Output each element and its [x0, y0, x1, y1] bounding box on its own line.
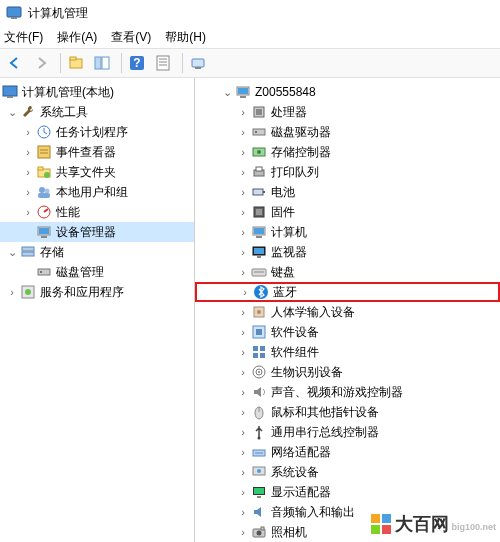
device-node-battery[interactable]: ›电池	[195, 182, 500, 202]
svg-point-61	[257, 310, 261, 314]
expand-icon[interactable]: ›	[235, 486, 251, 498]
tree-node-device-manager[interactable]: 设备管理器	[0, 222, 194, 242]
menu-help[interactable]: 帮助(H)	[165, 29, 206, 46]
tree-node-performance[interactable]: › 性能	[0, 202, 194, 222]
expand-icon[interactable]: ›	[235, 506, 251, 518]
device-node-sound[interactable]: ›声音、视频和游戏控制器	[195, 382, 500, 402]
device-label: 通用串行总线控制器	[271, 424, 379, 441]
svg-rect-79	[254, 488, 264, 494]
tree-node-root[interactable]: 计算机管理(本地)	[0, 82, 194, 102]
expand-icon[interactable]: ›	[20, 166, 36, 178]
expand-icon[interactable]: ›	[20, 126, 36, 138]
device-node-printer[interactable]: ›打印队列	[195, 162, 500, 182]
tree-node-event-viewer[interactable]: › 事件查看器	[0, 142, 194, 162]
device-node-network[interactable]: ›网络适配器	[195, 442, 500, 462]
tree-node-storage[interactable]: ⌄ 存储	[0, 242, 194, 262]
disk-icon	[251, 124, 267, 140]
properties-button[interactable]	[152, 52, 174, 74]
up-button[interactable]	[65, 52, 87, 74]
device-node-usb[interactable]: ›通用串行总线控制器	[195, 422, 500, 442]
display-icon	[251, 484, 267, 500]
scan-button[interactable]	[187, 52, 209, 74]
expand-icon[interactable]: ›	[235, 146, 251, 158]
expand-icon[interactable]: ›	[235, 166, 251, 178]
show-hide-tree-button[interactable]	[91, 52, 113, 74]
expand-icon[interactable]: ›	[235, 426, 251, 438]
device-node-monitor[interactable]: ›监视器	[195, 242, 500, 262]
tree-node-shared-folders[interactable]: › 共享文件夹	[0, 162, 194, 182]
expand-icon[interactable]: ›	[235, 306, 251, 318]
device-root-node[interactable]: ⌄ Z00555848	[195, 82, 500, 102]
expand-icon[interactable]: ›	[235, 106, 251, 118]
device-node-cpu[interactable]: ›处理器	[195, 102, 500, 122]
expand-icon[interactable]: ›	[235, 446, 251, 458]
svg-rect-1	[11, 17, 17, 19]
expand-icon[interactable]: ›	[235, 326, 251, 338]
device-node-keyboard[interactable]: ›键盘	[195, 262, 500, 282]
menu-view[interactable]: 查看(V)	[111, 29, 151, 46]
collapse-icon[interactable]: ⌄	[219, 86, 235, 99]
back-button[interactable]	[4, 52, 26, 74]
device-node-biometric[interactable]: ›生物识别设备	[195, 362, 500, 382]
device-label: 蓝牙	[273, 284, 297, 301]
device-node-hid[interactable]: ›人体学输入设备	[195, 302, 500, 322]
expand-icon[interactable]: ›	[20, 206, 36, 218]
device-label: 监视器	[271, 244, 307, 261]
svg-rect-29	[41, 236, 47, 238]
svg-rect-80	[257, 496, 261, 498]
device-node-mouse[interactable]: ›鼠标和其他指针设备	[195, 402, 500, 422]
expand-icon[interactable]: ›	[4, 286, 20, 298]
tree-node-disk-mgmt[interactable]: 磁盘管理	[0, 262, 194, 282]
device-node-system[interactable]: ›系统设备	[195, 462, 500, 482]
device-label: 人体学输入设备	[271, 304, 355, 321]
device-node-disk[interactable]: ›磁盘驱动器	[195, 122, 500, 142]
left-tree-panel[interactable]: 计算机管理(本地) ⌄ 系统工具 › 任务计划程序 › 事件查看器 › 共享文件…	[0, 78, 195, 542]
tree-label: 存储	[40, 244, 64, 261]
right-tree-panel[interactable]: ⌄ Z00555848 ›处理器›磁盘驱动器›存储控制器›打印队列›电池›固件›…	[195, 78, 500, 542]
expand-icon[interactable]: ›	[235, 126, 251, 138]
toolbar-separator	[60, 53, 61, 73]
expand-icon[interactable]: ›	[235, 226, 251, 238]
device-node-firmware[interactable]: ›固件	[195, 202, 500, 222]
device-mgr-icon	[36, 224, 52, 240]
forward-button[interactable]	[30, 52, 52, 74]
expand-icon[interactable]: ›	[235, 206, 251, 218]
tree-node-systools[interactable]: ⌄ 系统工具	[0, 102, 194, 122]
device-label: 音频输入和输出	[271, 504, 355, 521]
device-node-storage-ctrl[interactable]: ›存储控制器	[195, 142, 500, 162]
toolbar-separator	[121, 53, 122, 73]
tree-node-services[interactable]: › 服务和应用程序	[0, 282, 194, 302]
collapse-icon[interactable]: ⌄	[4, 246, 20, 259]
menu-file[interactable]: 文件(F)	[4, 29, 43, 46]
expand-icon[interactable]: ›	[235, 266, 251, 278]
tree-label: 本地用户和组	[56, 184, 128, 201]
expand-icon[interactable]: ›	[235, 346, 251, 358]
expand-icon[interactable]: ›	[235, 526, 251, 538]
camera-icon	[251, 524, 267, 540]
expand-icon[interactable]: ›	[235, 406, 251, 418]
tree-node-task-scheduler[interactable]: › 任务计划程序	[0, 122, 194, 142]
expand-icon[interactable]: ›	[235, 466, 251, 478]
tree-node-local-users[interactable]: › 本地用户和组	[0, 182, 194, 202]
expand-icon[interactable]: ›	[20, 186, 36, 198]
expand-icon[interactable]: ›	[235, 246, 251, 258]
expand-icon[interactable]: ›	[235, 366, 251, 378]
help-button[interactable]: ?	[126, 52, 148, 74]
expand-icon[interactable]: ›	[20, 146, 36, 158]
firmware-icon	[251, 204, 267, 220]
device-root-label: Z00555848	[255, 85, 316, 99]
menu-action[interactable]: 操作(A)	[57, 29, 97, 46]
computer-icon	[235, 84, 251, 100]
device-node-software[interactable]: ›软件设备	[195, 322, 500, 342]
device-node-computer[interactable]: ›计算机	[195, 222, 500, 242]
expand-icon[interactable]: ›	[237, 286, 253, 298]
expand-icon[interactable]: ›	[235, 386, 251, 398]
device-node-display[interactable]: ›显示适配器	[195, 482, 500, 502]
expand-icon[interactable]: ›	[235, 186, 251, 198]
tree-label: 服务和应用程序	[40, 284, 124, 301]
device-node-bluetooth[interactable]: ›蓝牙	[195, 282, 500, 302]
svg-rect-32	[38, 269, 50, 275]
collapse-icon[interactable]: ⌄	[4, 106, 20, 119]
audio-icon	[251, 504, 267, 520]
device-node-component[interactable]: ›软件组件	[195, 342, 500, 362]
